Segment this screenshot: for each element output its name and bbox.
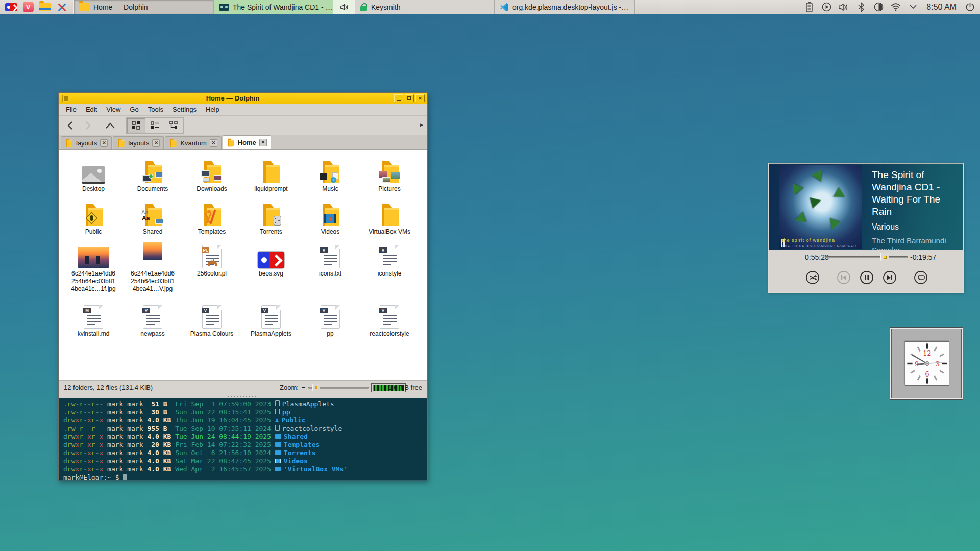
chevron-down-icon[interactable]	[908, 2, 918, 12]
tree-view-button[interactable]	[164, 118, 183, 133]
file-item-virtualbox-vms[interactable]: VirtualBox VMs	[360, 199, 419, 241]
back-button[interactable]	[62, 118, 79, 133]
launcher-vvave[interactable]: V	[22, 2, 34, 13]
file-badge: V	[379, 247, 387, 253]
file-item-plasmaapplets[interactable]: V PlasmaApplets	[241, 301, 301, 346]
file-item-newpass[interactable]: V newpass	[123, 301, 182, 346]
icons-view-button[interactable]	[127, 118, 145, 133]
clock-face: 12 3 6 9	[905, 341, 949, 386]
audio-indicator-icon[interactable]	[340, 4, 349, 11]
tab-layouts-0[interactable]: layouts✕	[61, 136, 112, 149]
launcher-dolphin[interactable]	[39, 2, 51, 13]
file-label: Documents	[137, 185, 168, 193]
menu-settings[interactable]: Settings	[168, 104, 201, 115]
previous-button[interactable]	[837, 270, 851, 285]
night-color-icon[interactable]	[873, 2, 884, 12]
vscode-icon	[500, 3, 509, 12]
file-item-desktop[interactable]: Desktop	[64, 156, 123, 199]
tab-home-3[interactable]: Home✕	[223, 135, 271, 149]
power-icon[interactable]	[965, 2, 975, 12]
file-item-pp[interactable]: V pp	[301, 301, 360, 346]
wifi-icon[interactable]	[891, 2, 901, 12]
file-item-templates[interactable]: Templates	[182, 199, 241, 241]
zoom-slider[interactable]	[308, 387, 369, 389]
seek-slider-handle[interactable]	[880, 253, 889, 261]
file-icon: V	[380, 301, 399, 329]
launcher-app-menu[interactable]	[5, 2, 17, 13]
battery-icon[interactable]	[804, 2, 814, 12]
album-art-caption: the spirit of wandjina	[782, 238, 835, 243]
tab-close-icon[interactable]: ✕	[152, 139, 160, 147]
menu-tools[interactable]: Tools	[144, 104, 167, 115]
file-item-reactcolorstyle[interactable]: V reactcolorstyle	[360, 301, 419, 346]
owner-group: mark mark	[107, 457, 143, 465]
window-titlebar[interactable]: Home — Dolphin ✕	[59, 93, 427, 104]
file-item-documents[interactable]: Documents	[123, 156, 182, 199]
media-player-icon[interactable]	[821, 2, 831, 12]
zoom-out-button[interactable]: −	[302, 384, 306, 391]
file-item-videos[interactable]: Videos	[301, 199, 360, 241]
close-button[interactable]: ✕	[415, 94, 425, 102]
file-label: liquidprompt	[254, 185, 287, 193]
file-item-6c244e1ae4dd6254b64ec03b814bea41c-1f-jpg[interactable]: 6c244e1ae4dd6254b64ec03b814bea41c…1f.jpg	[64, 241, 123, 301]
analog-clock-widget[interactable]: 12 3 6 9	[890, 328, 963, 399]
menu-view[interactable]: View	[102, 104, 125, 115]
file-item-music[interactable]: ♪Music	[301, 156, 360, 199]
file-item-beos-svg[interactable]: beos.svg	[241, 241, 301, 301]
prompt-text: mark@Elgar:~ $	[63, 473, 123, 481]
window-icon[interactable]	[62, 95, 69, 102]
file-item-icons-txt[interactable]: V icons.txt	[301, 241, 360, 301]
task-label: org.kde.plasma.desktop-layout.js - V…	[512, 3, 630, 11]
tab-close-icon[interactable]: ✕	[100, 139, 108, 147]
bluetooth-icon[interactable]	[856, 2, 866, 12]
file-size: 4.0 KB	[147, 416, 171, 424]
terminal-splitter-handle[interactable]	[59, 394, 427, 398]
file-item-torrents[interactable]: Torrents	[241, 199, 301, 241]
zoom-slider-handle[interactable]	[312, 384, 320, 391]
toolbar-overflow-icon[interactable]: ►	[419, 122, 424, 128]
entry-name: 'VirtualBox VMs'	[284, 465, 348, 473]
tools-icon	[56, 2, 67, 13]
seek-slider[interactable]	[825, 256, 908, 258]
maximize-button[interactable]	[405, 94, 414, 102]
pause-button[interactable]	[860, 270, 874, 285]
menu-edit[interactable]: Edit	[82, 104, 101, 115]
details-view-button[interactable]	[145, 118, 164, 133]
shuffle-button[interactable]	[805, 270, 820, 285]
file-item-256color-pl[interactable]: PL 256color.pl	[182, 241, 241, 301]
tab-close-icon[interactable]: ✕	[210, 139, 217, 147]
tab-layouts-1[interactable]: layouts✕	[113, 136, 164, 149]
downloads-overlay	[201, 170, 209, 177]
volume-icon[interactable]	[839, 2, 849, 12]
up-button[interactable]	[102, 118, 119, 133]
tab-close-icon[interactable]: ✕	[259, 139, 267, 146]
menu-go[interactable]: Go	[126, 104, 142, 115]
file-item-liquidprompt[interactable]: liquidprompt	[241, 156, 301, 199]
menu-help[interactable]: Help	[202, 104, 224, 115]
repeat-button[interactable]	[914, 270, 928, 285]
desktop-icon	[82, 166, 105, 184]
taskbar-button-1[interactable]: Home — Dolphin	[74, 0, 214, 14]
taskbar-button-4[interactable]: org.kde.plasma.desktop-layout.js - V…	[495, 0, 635, 14]
next-button[interactable]	[883, 270, 897, 285]
taskbar-button-2[interactable]: The Spirit of Wandjina CD1 - Wai…	[214, 0, 354, 14]
terminal-prompt[interactable]: mark@Elgar:~ $	[63, 473, 427, 481]
minimize-button[interactable]	[394, 94, 403, 102]
forward-button[interactable]	[79, 118, 96, 133]
file-item-iconstyle[interactable]: V iconstyle	[360, 241, 419, 301]
file-label: Desktop	[82, 185, 105, 193]
file-item-6c244e1ae4dd6254b64ec03b814bea41-v-jpg[interactable]: 6c244e1ae4dd6254b64ec03b814bea41…V.jpg	[123, 241, 182, 301]
file-item-downloads[interactable]: Downloads	[182, 156, 241, 199]
digital-clock[interactable]: 8:50 AM	[925, 3, 958, 12]
tab-kvantum-2[interactable]: Kvantum✕	[165, 136, 221, 149]
file-item-public[interactable]: Public	[64, 199, 123, 241]
file-item-plasma-colours[interactable]: V Plasma Colours	[182, 301, 241, 346]
launcher-system-tools[interactable]	[56, 2, 68, 13]
file-item-kvinstall-md[interactable]: M kvinstall.md	[64, 301, 123, 346]
menu-file[interactable]: File	[62, 104, 81, 115]
file-item-pictures[interactable]: Pictures	[360, 156, 419, 199]
svg-text:6: 6	[925, 370, 929, 378]
embedded-terminal[interactable]: .rw-r--r-- mark mark 51 B Fri Sep 1 07:5…	[59, 398, 427, 481]
file-item-shared[interactable]: AaAaShared	[123, 199, 182, 241]
taskbar-button-3[interactable]: Keysmith	[354, 0, 495, 14]
